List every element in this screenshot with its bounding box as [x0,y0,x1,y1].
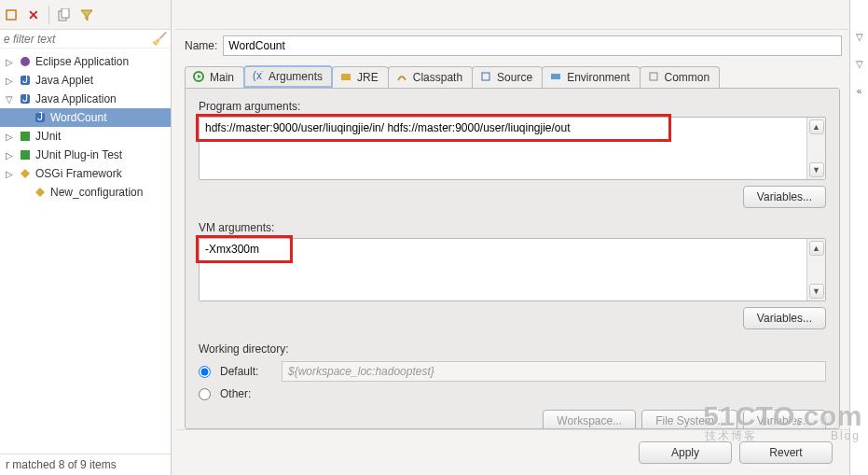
tab-bar: Main(x)ArgumentsJREClasspathSourceEnviro… [175,65,849,88]
scroll-up-icon[interactable]: ▲ [809,241,824,256]
scroll-up-icon[interactable]: ▲ [809,119,824,134]
eclipse-icon [19,55,32,68]
new-config-icon[interactable] [4,7,19,22]
svg-rect-19 [650,73,657,80]
program-args-input[interactable]: hdfs://master:9000/user/liuqingjie/in/ h… [200,118,806,179]
filesystem-button[interactable]: File System... [641,410,737,429]
config-tree[interactable]: ▷Eclipse Application▷JJava Applet▽JJava … [0,49,171,454]
source-icon [480,71,493,84]
osgi-icon [19,167,32,180]
tab-label: Arguments [269,70,323,83]
default-radio[interactable] [199,366,211,378]
wd-variables-button[interactable]: Variables... [743,410,826,429]
filter-row: 🧹 [0,30,171,49]
expand-arrow-icon[interactable]: ▷ [6,150,15,161]
tab-environment[interactable]: Environment [542,66,640,88]
tab-label: Main [210,71,234,84]
svg-rect-0 [7,10,16,20]
side-strip: ▽ ▽ « [849,0,868,475]
right-toolbar-spacer [175,0,849,30]
workspace-button[interactable]: Workspace... [543,410,636,429]
program-variables-button[interactable]: Variables... [743,186,826,208]
filter-input[interactable] [4,33,152,46]
jre-icon [340,71,353,84]
tab-label: Classpath [413,71,462,84]
svg-rect-16 [341,74,351,80]
scroll-down-icon[interactable]: ▼ [809,284,824,299]
name-label: Name: [185,39,217,52]
expand-arrow-icon[interactable]: ▷ [6,57,15,67]
osgi-icon [34,186,47,199]
common-icon [648,71,661,84]
main-icon [193,71,206,84]
java-icon: J [34,111,47,124]
tree-item-label: Java Applet [35,74,93,87]
other-radio[interactable] [199,388,211,400]
vm-variables-button[interactable]: Variables... [743,307,826,329]
apply-button[interactable]: Apply [639,441,732,464]
tree-item-junit-plug-in-test[interactable]: ▷JUnit Plug-in Test [0,146,171,164]
expand-arrow-icon[interactable]: ▷ [6,169,15,179]
arguments-form: Program arguments: hdfs://master:9000/us… [185,88,840,429]
expand-arrow-icon[interactable]: ▷ [6,132,15,142]
svg-rect-11 [21,150,30,160]
chevron-icon[interactable]: « [857,86,862,96]
name-input[interactable] [223,35,842,56]
vm-args-input[interactable]: -Xmx300m [200,239,806,300]
tab-main[interactable]: Main [185,66,244,88]
vm-args-scroll[interactable]: ▲ ▼ [806,239,825,300]
default-dir-input [282,361,826,382]
collapse-icon[interactable]: ▽ [856,59,863,69]
tab-arguments[interactable]: (x)Arguments [243,65,333,88]
vm-args-label: VM arguments: [199,221,826,234]
tab-classpath[interactable]: Classpath [388,66,473,88]
tab-label: Common [665,71,710,84]
tab-label: Source [497,71,532,84]
right-panel: Name: Main(x)ArgumentsJREClasspathSource… [172,0,849,475]
left-panel: ✕ 🧹 ▷Eclipse Application▷JJava Applet▽JJ… [0,0,172,475]
java-icon: J [19,74,32,87]
tree-item-java-application[interactable]: ▽JJava Application [0,90,171,108]
classpath-icon [396,71,409,84]
default-label: Default: [220,365,272,378]
left-toolbar: ✕ [0,0,171,30]
revert-button[interactable]: Revert [739,441,833,464]
status-bar: r matched 8 of 9 items [0,454,171,475]
tree-item-label: JUnit [35,130,61,143]
tree-item-wordcount[interactable]: JWordCount [0,108,171,127]
tree-item-label: OSGi Framework [35,167,122,180]
args-icon: (x) [252,70,265,83]
tree-item-label: Java Application [35,92,117,105]
svg-marker-12 [21,169,30,178]
expand-arrow-icon[interactable]: ▷ [6,76,15,86]
vm-args-wrap: -Xmx300m ▲ ▼ [199,238,826,301]
env-icon [550,71,563,84]
collapse-icon[interactable]: ▽ [856,32,863,42]
delete-icon[interactable]: ✕ [26,7,41,22]
junit-icon [19,148,32,161]
filter-icon[interactable] [79,7,94,22]
working-dir-label: Working directory: [199,342,826,356]
tab-jre[interactable]: JRE [332,66,389,88]
tree-item-eclipse-application[interactable]: ▷Eclipse Application [0,52,171,71]
java-icon: J [19,92,32,105]
clear-filter-icon[interactable]: 🧹 [152,32,167,46]
tree-item-java-applet[interactable]: ▷JJava Applet [0,71,171,90]
tree-item-osgi-framework[interactable]: ▷OSGi Framework [0,164,171,183]
tab-label: JRE [357,71,379,84]
tab-source[interactable]: Source [472,66,543,88]
scroll-down-icon[interactable]: ▼ [809,162,824,177]
svg-rect-18 [551,74,560,79]
tab-common[interactable]: Common [640,66,721,88]
tree-item-junit[interactable]: ▷JUnit [0,127,171,146]
copy-icon[interactable] [57,7,72,22]
svg-text:J: J [37,112,43,123]
tab-label: Environment [567,71,629,84]
expand-arrow-icon[interactable]: ▽ [6,94,15,105]
program-args-label: Program arguments: [199,100,826,113]
other-label: Other: [220,387,272,400]
tree-item-new-configuration[interactable]: New_configuration [0,183,171,202]
program-args-scroll[interactable]: ▲ ▼ [806,118,825,179]
program-args-wrap: hdfs://master:9000/user/liuqingjie/in/ h… [199,117,826,180]
svg-text:J: J [22,75,28,86]
